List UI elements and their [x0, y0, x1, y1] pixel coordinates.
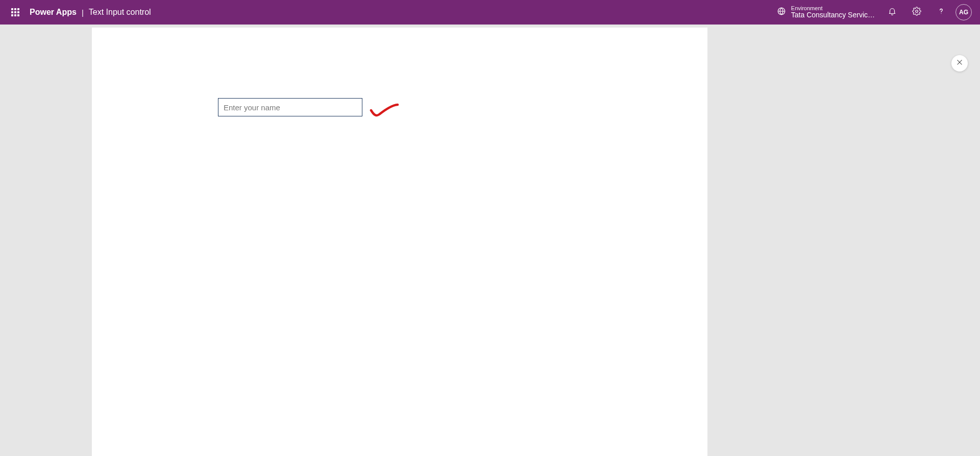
avatar-initials: AG	[959, 9, 968, 16]
app-header: Power Apps | Text Input control Environm…	[0, 0, 980, 25]
close-preview-button[interactable]	[951, 55, 968, 71]
name-input[interactable]	[218, 98, 362, 116]
help-button[interactable]	[929, 0, 953, 25]
globe-icon	[777, 7, 786, 18]
settings-button[interactable]	[904, 0, 929, 25]
app-canvas	[92, 28, 707, 456]
checkmark-annotation-icon	[369, 103, 400, 118]
notifications-button[interactable]	[880, 0, 904, 25]
app-launcher-button[interactable]	[3, 0, 28, 25]
svg-point-1	[916, 10, 918, 13]
page-title: Text Input control	[89, 8, 151, 17]
environment-label: Environment	[791, 5, 875, 11]
bell-icon	[888, 7, 897, 18]
workspace	[0, 25, 980, 456]
title-divider: |	[82, 8, 84, 17]
help-icon	[937, 7, 946, 18]
environment-selector[interactable]: Environment Tata Consultancy Servic…	[777, 5, 875, 19]
close-icon	[956, 59, 963, 68]
gear-icon	[912, 7, 921, 18]
environment-name: Tata Consultancy Servic…	[791, 11, 875, 19]
brand-title[interactable]: Power Apps	[30, 8, 77, 17]
user-avatar[interactable]: AG	[955, 4, 972, 20]
waffle-icon	[11, 8, 19, 16]
svg-point-2	[941, 13, 941, 14]
